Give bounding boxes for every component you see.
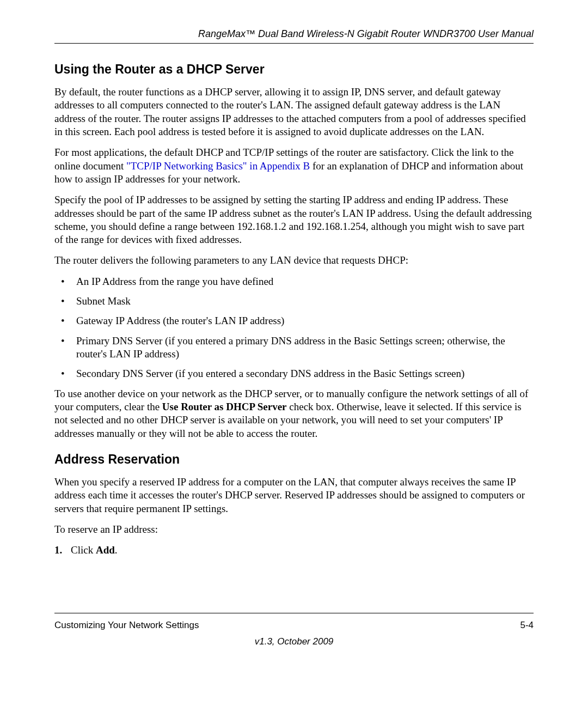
- section-heading-dhcp: Using the Router as a DHCP Server: [54, 62, 534, 77]
- list-item: Gateway IP Address (the router's LAN IP …: [54, 314, 534, 327]
- body-paragraph: Specify the pool of IP addresses to be a…: [54, 193, 534, 246]
- body-paragraph: When you specify a reserved IP address f…: [54, 476, 534, 515]
- text-fragment: .: [115, 544, 118, 556]
- body-paragraph: For most applications, the default DHCP …: [54, 146, 534, 186]
- list-item: An IP Address from the range you have de…: [54, 275, 534, 288]
- manual-page: RangeMax™ Dual Band Wireless-N Gigabit R…: [0, 0, 588, 706]
- footer-page-number: 5-4: [520, 620, 534, 631]
- page-footer: Customizing Your Network Settings 5-4: [54, 620, 534, 631]
- footer-version: v1.3, October 2009: [0, 636, 588, 647]
- dhcp-parameters-list: An IP Address from the range you have de…: [54, 275, 534, 381]
- body-paragraph: The router delivers the following parame…: [54, 254, 534, 267]
- list-item: Subnet Mask: [54, 295, 534, 308]
- text-fragment: Click: [71, 544, 96, 556]
- header-title: RangeMax™ Dual Band Wireless-N Gigabit R…: [198, 28, 534, 39]
- step-number: 1.: [54, 544, 62, 557]
- ui-label-bold: Use Router as DHCP Server: [162, 401, 287, 412]
- body-paragraph: By default, the router functions as a DH…: [54, 86, 534, 138]
- steps-list: 1. Click Add.: [54, 544, 534, 557]
- list-item: Primary DNS Server (if you entered a pri…: [54, 334, 534, 361]
- step-item: 1. Click Add.: [54, 544, 534, 557]
- ui-label-bold: Add: [96, 544, 115, 556]
- appendix-link[interactable]: "TCP/IP Networking Basics" in Appendix B: [126, 160, 310, 172]
- section-heading-address-reservation: Address Reservation: [54, 452, 534, 467]
- body-paragraph: To reserve an IP address:: [54, 523, 534, 536]
- footer-rule: [54, 613, 534, 613]
- footer-chapter: Customizing Your Network Settings: [54, 620, 199, 631]
- page-header: RangeMax™ Dual Band Wireless-N Gigabit R…: [54, 28, 534, 44]
- body-paragraph: To use another device on your network as…: [54, 387, 534, 440]
- list-item: Secondary DNS Server (if you entered a s…: [54, 367, 534, 380]
